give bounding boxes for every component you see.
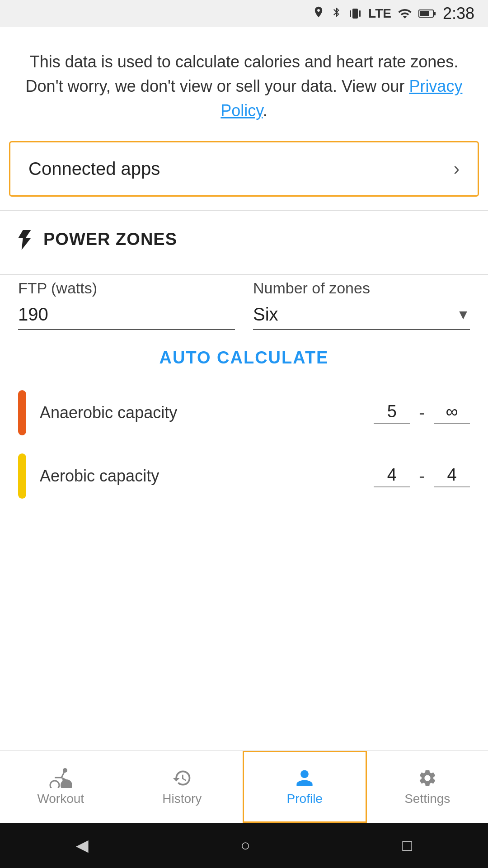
bluetooth-icon	[331, 5, 342, 22]
svg-rect-0	[352, 9, 358, 19]
ftp-input[interactable]	[18, 304, 235, 330]
location-icon	[312, 5, 325, 22]
ftp-zones-fields: FTP (watts) Number of zones Six ▼	[0, 275, 488, 330]
zone-row-aerobic: Aerobic capacity 4 - 4	[0, 444, 488, 508]
nav-item-history[interactable]: History	[122, 751, 243, 823]
auto-calculate-button[interactable]: AUTO CALCULATE	[160, 348, 329, 368]
aerobic-values: 4 - 4	[374, 465, 470, 487]
status-icons: LTE 2:38	[312, 4, 474, 23]
anaerobic-from[interactable]: 5	[374, 402, 410, 424]
connected-apps-button[interactable]: Connected apps ›	[9, 141, 479, 197]
svg-rect-4	[420, 11, 429, 16]
privacy-period: .	[263, 101, 267, 120]
status-time: 2:38	[443, 4, 474, 23]
ftp-field-group: FTP (watts)	[18, 279, 235, 330]
chevron-right-icon: ›	[454, 159, 460, 179]
android-nav-bar: ◀ ○ □	[0, 823, 488, 868]
zones-field-group: Number of zones Six ▼	[253, 279, 470, 330]
vibrate-icon	[348, 5, 362, 22]
lightning-icon	[18, 227, 34, 251]
privacy-text: This data is used to calculate calories …	[26, 52, 459, 95]
recents-button[interactable]: □	[402, 836, 412, 855]
svg-rect-5	[434, 12, 436, 15]
svg-point-8	[50, 781, 59, 788]
battery-icon	[418, 5, 436, 22]
auto-calculate-section: AUTO CALCULATE	[0, 348, 488, 368]
anaerobic-to: ∞	[434, 402, 470, 424]
aerobic-separator: -	[419, 467, 425, 486]
svg-rect-1	[350, 10, 351, 17]
home-button[interactable]: ○	[240, 836, 250, 855]
status-bar: LTE 2:38	[0, 0, 488, 27]
nav-item-profile[interactable]: Profile	[243, 751, 367, 823]
anaerobic-label: Anaerobic capacity	[40, 403, 360, 422]
nav-item-settings[interactable]: Settings	[367, 751, 488, 823]
workout-icon	[49, 768, 72, 788]
zones-select[interactable]: Six ▼	[253, 304, 470, 330]
aerobic-from[interactable]: 4	[374, 465, 410, 487]
connected-apps-label: Connected apps	[28, 159, 160, 179]
aerobic-color-bar	[18, 453, 26, 499]
dropdown-arrow-icon: ▼	[456, 307, 470, 322]
anaerobic-values: 5 - ∞	[374, 402, 470, 424]
settings-icon	[418, 768, 437, 788]
ftp-label: FTP (watts)	[18, 279, 235, 297]
power-zones-title: POWER ZONES	[43, 230, 177, 249]
svg-rect-2	[359, 10, 361, 17]
nav-item-workout[interactable]: Workout	[0, 751, 122, 823]
nav-label-workout: Workout	[37, 792, 84, 806]
bottom-nav: Workout History Profile Settings	[0, 750, 488, 823]
nav-label-history: History	[162, 792, 202, 806]
back-button[interactable]: ◀	[76, 836, 89, 855]
profile-icon	[295, 768, 314, 788]
anaerobic-color-bar	[18, 390, 26, 435]
zone-row-anaerobic: Anaerobic capacity 5 - ∞	[0, 381, 488, 444]
history-icon	[172, 768, 192, 788]
aerobic-to[interactable]: 4	[434, 465, 470, 487]
zones-label: Number of zones	[253, 279, 470, 297]
lte-indicator: LTE	[368, 6, 391, 21]
signal-icon	[398, 5, 412, 22]
main-content: This data is used to calculate calories …	[0, 27, 488, 750]
power-zones-header: POWER ZONES	[0, 211, 488, 260]
anaerobic-separator: -	[419, 403, 425, 423]
nav-label-profile: Profile	[287, 792, 323, 806]
privacy-notice: This data is used to calculate calories …	[0, 27, 488, 141]
nav-label-settings: Settings	[404, 792, 450, 806]
aerobic-label: Aerobic capacity	[40, 467, 360, 486]
zones-value: Six	[253, 304, 278, 325]
